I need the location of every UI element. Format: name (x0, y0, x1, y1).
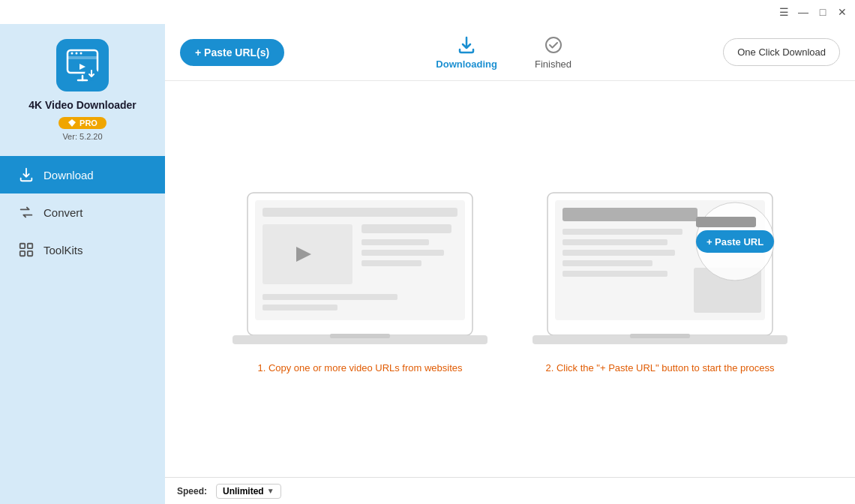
illustration-step1: 1. Copy one or more video URLs from webs… (232, 185, 488, 374)
svg-rect-17 (362, 224, 452, 233)
svg-rect-32 (562, 271, 668, 277)
close-button[interactable]: ✕ (836, 5, 849, 19)
main-layout: 4K Video Downloader PRO Ver: 5.2.20 Down… (0, 24, 855, 504)
sidebar-item-toolkits-label: ToolKits (44, 244, 83, 256)
app-container: ☰ — □ ✕ (0, 0, 855, 504)
sidebar-item-download[interactable]: Download (0, 156, 165, 194)
svg-rect-29 (562, 239, 668, 245)
content-area: + Paste URL(s) Downloading (165, 24, 855, 504)
toolbar: + Paste URL(s) Downloading (165, 24, 855, 81)
svg-rect-37 (696, 217, 756, 227)
toolkits-nav-icon (18, 242, 34, 258)
pro-diamond-icon (68, 118, 76, 128)
svg-rect-24 (330, 334, 390, 338)
sidebar-item-convert[interactable]: Convert (0, 194, 165, 231)
downloading-tab-icon (456, 34, 477, 56)
svg-rect-19 (362, 250, 444, 256)
illustration-step2: + Paste URL 2. Click the "+ Paste URL" b… (532, 185, 788, 374)
app-name: 4K Video Downloader (28, 99, 136, 111)
svg-point-11 (546, 38, 561, 52)
title-bar-buttons: ☰ — □ ✕ (777, 5, 849, 19)
download-nav-icon (18, 166, 34, 183)
svg-rect-18 (362, 239, 429, 245)
svg-rect-20 (362, 260, 422, 266)
laptop-illustration-2: + Paste URL (532, 185, 788, 350)
sidebar-item-convert-label: Convert (44, 206, 83, 219)
svg-rect-28 (562, 229, 682, 235)
svg-marker-6 (68, 119, 76, 127)
svg-rect-27 (562, 208, 698, 221)
version-text: Ver: 5.2.20 (62, 132, 102, 141)
pro-badge: PRO (58, 117, 106, 129)
sidebar-item-download-label: Download (44, 169, 94, 182)
app-logo-icon (66, 49, 99, 82)
svg-rect-39 (630, 334, 690, 338)
svg-rect-21 (262, 294, 398, 300)
convert-nav-icon (18, 204, 34, 220)
app-logo (56, 39, 109, 92)
tab-finished[interactable]: Finished (527, 32, 579, 73)
tabs-area: Downloading Finished (299, 32, 708, 73)
menu-button[interactable]: ☰ (777, 5, 790, 19)
downloading-tab-label: Downloading (436, 58, 497, 70)
svg-rect-10 (28, 251, 32, 256)
svg-rect-7 (20, 244, 25, 248)
svg-rect-30 (562, 250, 675, 256)
svg-rect-22 (262, 304, 338, 310)
svg-rect-1 (68, 56, 98, 59)
sidebar: 4K Video Downloader PRO Ver: 5.2.20 Down… (0, 24, 165, 504)
svg-rect-9 (20, 251, 25, 256)
paste-url-button[interactable]: + Paste URL(s) (180, 39, 284, 66)
finished-tab-icon (543, 34, 564, 56)
svg-rect-14 (262, 208, 458, 217)
speed-dropdown-arrow-icon: ▼ (267, 487, 274, 495)
speed-selector[interactable]: Unlimited ▼ (216, 484, 281, 499)
one-click-download-button[interactable]: One Click Download (723, 38, 840, 66)
svg-text:+ Paste URL: + Paste URL (706, 236, 764, 248)
svg-rect-31 (562, 260, 652, 266)
tab-downloading[interactable]: Downloading (428, 32, 505, 73)
sidebar-item-toolkits[interactable]: ToolKits (0, 231, 165, 268)
svg-rect-8 (28, 244, 32, 248)
main-content: 1. Copy one or more video URLs from webs… (165, 81, 855, 477)
status-bar: Speed: Unlimited ▼ (165, 477, 855, 504)
finished-tab-label: Finished (535, 58, 572, 70)
speed-value: Unlimited (223, 486, 264, 496)
step2-caption: 2. Click the "+ Paste URL" button to sta… (545, 362, 774, 374)
laptop-illustration-1 (232, 185, 488, 350)
step1-caption: 1. Copy one or more video URLs from webs… (257, 362, 462, 374)
minimize-button[interactable]: — (796, 5, 810, 19)
speed-label: Speed: (177, 486, 207, 496)
nav-items: Download Convert (0, 156, 165, 268)
maximize-button[interactable]: □ (816, 5, 830, 19)
title-bar: ☰ — □ ✕ (0, 0, 855, 24)
